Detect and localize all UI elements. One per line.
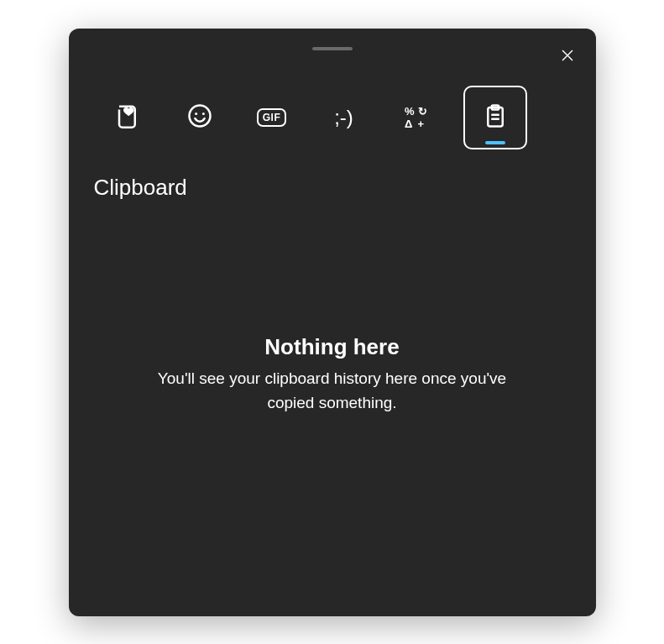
symbols-icon: % ↻ Δ + bbox=[405, 106, 427, 129]
svg-point-3 bbox=[195, 113, 197, 115]
recent-tab[interactable] bbox=[102, 92, 153, 143]
symbol-percent: % bbox=[405, 106, 415, 117]
svg-point-4 bbox=[201, 113, 204, 115]
clipboard-tab[interactable] bbox=[463, 86, 527, 149]
svg-point-2 bbox=[189, 105, 210, 126]
gif-icon: GIF bbox=[257, 108, 287, 127]
gif-tab[interactable]: GIF bbox=[247, 92, 297, 143]
empty-state: Nothing here You'll see your clipboard h… bbox=[69, 201, 596, 616]
emoji-clipboard-panel: GIF ;-) % ↻ Δ + Clipboard bbox=[69, 29, 596, 616]
close-icon bbox=[560, 48, 575, 66]
empty-description: You'll see your clipboard history here o… bbox=[136, 367, 529, 415]
recent-heart-icon bbox=[115, 103, 140, 132]
symbol-plus: + bbox=[418, 118, 428, 129]
symbol-delta: Δ bbox=[405, 118, 415, 129]
kaomoji-tab[interactable]: ;-) bbox=[319, 92, 369, 143]
kaomoji-icon: ;-) bbox=[334, 106, 353, 129]
clipboard-icon bbox=[483, 103, 508, 132]
empty-title: Nothing here bbox=[264, 334, 399, 360]
close-button[interactable] bbox=[551, 40, 584, 74]
emoji-icon bbox=[187, 103, 212, 132]
symbol-refresh: ↻ bbox=[418, 106, 428, 117]
emoji-tab[interactable] bbox=[175, 92, 225, 143]
section-title: Clipboard bbox=[69, 149, 596, 201]
drag-handle[interactable] bbox=[312, 47, 353, 50]
symbols-tab[interactable]: % ↻ Δ + bbox=[391, 92, 442, 143]
